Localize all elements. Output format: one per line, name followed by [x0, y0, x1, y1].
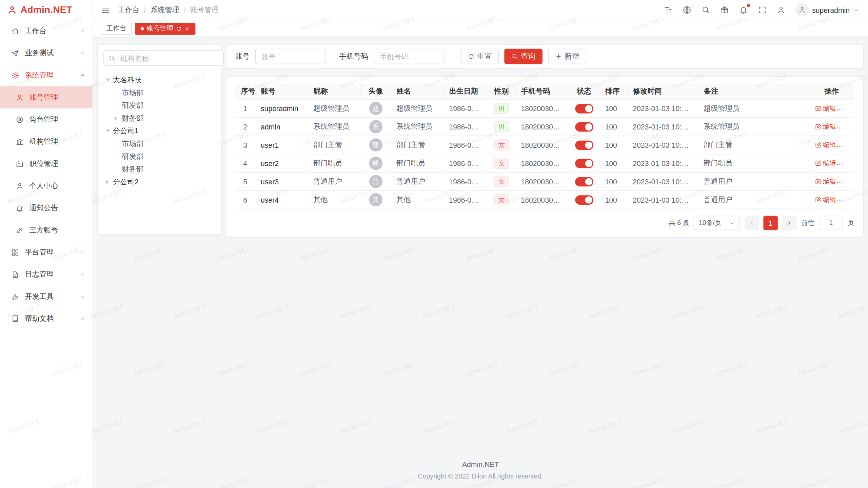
tab-label: 账号管理	[147, 24, 173, 33]
edit-button[interactable]: 编辑	[814, 159, 836, 168]
sidebar-subitem-2-0[interactable]: 账号管理	[0, 86, 93, 108]
current-page-button[interactable]: 1	[763, 216, 777, 230]
query-button[interactable]: 查询	[504, 49, 542, 64]
cell-phone: 18020030720	[515, 118, 569, 136]
sidebar-item-4[interactable]: 日志管理	[0, 263, 93, 285]
column-header-8: 状态	[569, 84, 599, 100]
add-button[interactable]: 新增	[548, 49, 586, 64]
sidebar-item-6[interactable]: 帮助文档	[0, 308, 93, 330]
status-toggle[interactable]	[575, 159, 593, 168]
tree-node-5[interactable]: 市场部	[103, 137, 215, 150]
page-size-value: 10条/页	[699, 218, 721, 228]
sidebar-item-3[interactable]: 平台管理	[0, 241, 93, 263]
cell-avatar: 部	[360, 136, 391, 154]
sidebar-subitem-2-6[interactable]: 三方账号	[0, 219, 93, 241]
tree-node-6[interactable]: 研发部	[103, 150, 215, 163]
goto-page-input[interactable]	[819, 216, 843, 230]
status-toggle[interactable]	[575, 104, 593, 113]
account-input[interactable]	[255, 49, 326, 64]
role-icon	[16, 115, 24, 123]
tree-caret-right-icon[interactable]	[115, 116, 122, 120]
reset-button[interactable]: 重置	[460, 49, 499, 64]
tree-caret-down-icon[interactable]	[106, 79, 113, 81]
sidebar-item-0[interactable]: 工作台	[0, 20, 93, 42]
prev-page-button[interactable]	[745, 216, 759, 230]
tab-1[interactable]: 账号管理	[135, 22, 195, 35]
sidebar-subitem-2-3[interactable]: 职位管理	[0, 153, 93, 175]
profile-icon[interactable]	[777, 5, 786, 14]
filter-bar: 账号 手机号码 重置 查询 新增	[226, 44, 864, 69]
log-icon	[11, 270, 19, 279]
sidebar-subitem-2-1[interactable]: 角色管理	[0, 108, 93, 130]
status-toggle[interactable]	[575, 177, 593, 186]
edit-button[interactable]: 编辑	[814, 140, 836, 150]
logo[interactable]: Admin.NET	[0, 0, 93, 20]
edit-button[interactable]: 编辑	[814, 104, 836, 113]
page-unit-label: 页	[848, 218, 854, 228]
notification-bell-icon[interactable]	[739, 5, 748, 14]
cell-name: 系统管理员	[391, 118, 443, 136]
cell-no: 2	[235, 118, 255, 136]
tree-node-8[interactable]: 分公司2	[103, 176, 215, 188]
cell-name: 普通用户	[391, 172, 443, 191]
tree-node-1[interactable]: 市场部	[103, 86, 215, 99]
cell-nickname: 部门主管	[308, 136, 360, 154]
sidebar-item-2[interactable]: 系统管理	[0, 64, 93, 86]
content: 大名科技市场部研发部财务部分公司1市场部研发部财务部分公司2 账号 手机号码 重…	[93, 37, 868, 237]
font-size-icon[interactable]	[664, 5, 673, 14]
phone-input[interactable]	[374, 49, 445, 64]
locale-icon[interactable]	[683, 5, 691, 14]
page-size-select[interactable]: 10条/页	[694, 216, 740, 230]
hamburger-icon[interactable]	[101, 5, 110, 15]
sidebar-subitem-2-5[interactable]: 通知公告	[0, 197, 93, 219]
cell-sort: 100	[599, 190, 627, 209]
breadcrumb-item-0[interactable]: 工作台	[118, 5, 140, 15]
tree-node-2[interactable]: 研发部	[103, 99, 215, 112]
cell-name: 部门主管	[391, 136, 443, 154]
theme-icon[interactable]	[720, 5, 729, 14]
tab-0[interactable]: 工作台	[101, 22, 132, 35]
sidebar-subitem-2-4[interactable]: 个人中心	[0, 175, 93, 197]
tree-caret-down-icon[interactable]	[106, 129, 113, 132]
breadcrumb-item-1[interactable]: 系统管理	[150, 5, 179, 15]
edit-button[interactable]: 编辑	[814, 177, 836, 186]
cell-remark: 普通用户	[698, 172, 809, 191]
cell-actions: 编辑	[809, 172, 854, 191]
row-avatar: 部	[369, 157, 382, 170]
link-icon	[16, 226, 24, 234]
edit-icon	[814, 197, 821, 203]
cell-birth: 1986-06-28	[443, 154, 488, 172]
tab-close-icon[interactable]	[184, 26, 190, 31]
status-toggle[interactable]	[575, 122, 593, 131]
tree-node-7[interactable]: 财务部	[103, 163, 215, 176]
edit-button[interactable]: 编辑	[814, 122, 836, 131]
cell-avatar: 普	[360, 172, 391, 191]
table-row-1: 2admin系统管理员系系统管理员1986-06-28男180200307201…	[235, 118, 854, 136]
edit-button[interactable]: 编辑	[814, 195, 836, 205]
status-toggle[interactable]	[575, 140, 593, 150]
org-search-input[interactable]	[119, 54, 219, 63]
user-menu[interactable]: superadmin	[795, 3, 859, 17]
cell-remark: 部门职员	[698, 154, 809, 172]
tree-caret-right-icon[interactable]	[106, 180, 113, 184]
search-icon[interactable]	[702, 5, 710, 14]
cell-account: admin	[255, 118, 308, 136]
sidebar-item-1[interactable]: 业务测试	[0, 42, 93, 64]
next-page-button[interactable]	[782, 216, 796, 230]
cell-status	[569, 190, 599, 209]
sidebar-subitem-2-2[interactable]: 机构管理	[0, 130, 93, 152]
tree-node-4[interactable]: 分公司1	[103, 124, 215, 137]
bell-icon	[16, 204, 24, 212]
status-toggle[interactable]	[575, 195, 593, 205]
chevron-down-icon	[853, 7, 859, 13]
cell-no: 3	[235, 136, 255, 154]
notification-badge	[747, 4, 750, 7]
tree-node-3[interactable]: 财务部	[103, 112, 215, 125]
sidebar-item-5[interactable]: 开发工具	[0, 285, 93, 307]
cell-sort: 100	[599, 99, 627, 118]
gear-icon	[11, 71, 19, 79]
tab-refresh-icon[interactable]	[176, 26, 181, 31]
fullscreen-icon[interactable]	[758, 5, 767, 14]
tree-node-0[interactable]: 大名科技	[103, 74, 215, 86]
test-icon	[11, 49, 19, 57]
